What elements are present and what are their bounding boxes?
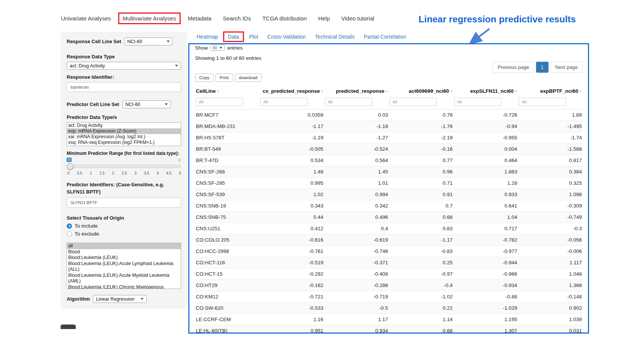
sort-icon[interactable]: ▲▼: [217, 90, 219, 93]
cell-value: 0.817: [518, 155, 583, 166]
column-header-cellline[interactable]: CellLine▲▼: [195, 85, 259, 97]
column-header-expslfn11-nci60[interactable]: expSLFN11_nci60▲▼: [453, 85, 518, 97]
nav-item-help[interactable]: Help: [318, 15, 330, 22]
column-header-act609699-nci60[interactable]: act609699_nci60▲▼: [389, 85, 453, 97]
column-header-predicted-response[interactable]: predicted_response▲▼: [324, 85, 389, 97]
nav-item-tcga-distribution[interactable]: TCGA distribution: [262, 15, 307, 22]
predictor-identifiers-input[interactable]: [67, 198, 181, 208]
filter-input-cv-predicted-response[interactable]: [260, 98, 308, 106]
cell-line-name: CO:HT29: [195, 280, 259, 291]
include-radio[interactable]: [67, 223, 72, 229]
algorithm-select[interactable]: Linear Regression: [93, 295, 147, 303]
response-cell-line-set-select[interactable]: NCI-60: [124, 37, 173, 45]
tissue-option[interactable]: Blood: [67, 249, 181, 255]
tissue-option[interactable]: Blood:Leukemia (LEUK):Acute Lymphoid Leu…: [67, 261, 181, 273]
filter-cell: [195, 97, 259, 109]
sort-icon[interactable]: ▲▼: [450, 90, 452, 93]
filter-input-expbptf-nci60[interactable]: [519, 98, 566, 106]
nav-item-video-tutorial[interactable]: Video tutorial: [341, 15, 374, 22]
cell-value: 0.902: [518, 303, 583, 314]
cell-value: -0.761: [259, 246, 324, 257]
copy-button[interactable]: Copy: [195, 73, 214, 82]
algorithm-value: Linear Regression: [96, 296, 134, 302]
nav-item-metadata[interactable]: Metadata: [188, 15, 212, 22]
predictor-cell-line-set-select[interactable]: NCI-60: [122, 100, 171, 108]
tissue-exclude-option[interactable]: To exclude: [67, 231, 181, 237]
tissue-listbox[interactable]: allBloodBlood:Leukemia (LEUK)Blood:Leuke…: [67, 243, 181, 289]
cell-value: 0.77: [389, 155, 453, 166]
cell-value: 1.48: [259, 166, 324, 178]
predictor-data-type-option[interactable]: exp: mRNA Expression (Z-Score): [67, 128, 181, 134]
tab-heatmap[interactable]: Heatmap: [197, 34, 218, 40]
cell-value: -0.749: [518, 212, 583, 223]
predictor-data-type-option[interactable]: act: Drug Activity: [67, 123, 181, 128]
predictor-data-type-option[interactable]: xsq: RNA-seq Expression (log2 FPKM+1.): [67, 140, 181, 145]
table-row: BR:MCF70.03590.030.76-0.7261.89: [195, 109, 583, 121]
sort-icon[interactable]: ▲▼: [386, 90, 388, 93]
tab-cross-validation[interactable]: Cross-Validation: [267, 34, 306, 40]
cell-value: 0.564: [324, 155, 389, 166]
cell-value: 0.717: [453, 223, 518, 234]
table-row: CO:HCT-116-0.519-0.3710.25-0.9441.117: [195, 257, 583, 268]
cell-value: 1.16: [259, 314, 324, 325]
cell-value: -0.719: [324, 291, 389, 303]
next-page-button[interactable]: Next page: [550, 62, 583, 73]
min-predictor-range-slider[interactable]: 0 5 00.511.522.533.544.55: [67, 158, 181, 176]
print-button[interactable]: Print: [216, 73, 233, 82]
cell-line-name: CO:HCC-2998: [195, 246, 259, 257]
tissue-option[interactable]: all: [67, 243, 181, 249]
filter-input-predicted-response[interactable]: [325, 98, 372, 106]
filter-cell: [389, 97, 453, 109]
current-page-button[interactable]: 1: [536, 62, 549, 73]
cell-line-name: CNS:U251: [195, 223, 259, 234]
tissue-option[interactable]: Blood:Leukemia (LEUK): [67, 255, 181, 261]
tab-partial-correlation[interactable]: Partial Correlation: [364, 34, 406, 40]
cell-value: -0.966: [453, 268, 518, 280]
filter-input-expslfn11-nci60[interactable]: [454, 98, 502, 106]
cell-line-name: BR:HS 578T: [195, 132, 259, 144]
response-identifier-input[interactable]: [67, 82, 181, 92]
sort-icon[interactable]: ▲▼: [321, 90, 323, 93]
tissue-include-option[interactable]: To include: [67, 223, 181, 229]
tab-data[interactable]: Data: [223, 31, 244, 42]
cell-value: 0.83: [389, 223, 453, 234]
show-entries-select[interactable]: 60: [211, 45, 225, 51]
slider-handle[interactable]: [67, 163, 73, 170]
cell-value: -1.588: [518, 144, 583, 155]
exclude-radio[interactable]: [67, 231, 72, 237]
showing-entries-text: Showing 1 to 60 of 60 entries: [195, 55, 583, 61]
slider-track[interactable]: [67, 165, 181, 168]
filter-input-cellline[interactable]: [196, 98, 243, 106]
tissue-option[interactable]: Blood:Leukemia (LEUK):Chronic Myelogenou…: [67, 284, 181, 289]
cell-line-name: LE:CCRF-CEM: [195, 314, 259, 325]
nav-item-multivariate-analyses[interactable]: Multivariate Analyses: [118, 12, 181, 24]
nav-item-search-ids[interactable]: Search IDs: [223, 15, 251, 22]
result-tabs: HeatmapDataPlotCross-ValidationTechnical…: [197, 34, 406, 40]
download-button[interactable]: download: [235, 73, 262, 82]
cell-value: -2.19: [389, 132, 453, 144]
cell-value: 0.68: [389, 325, 453, 334]
response-data-type-select[interactable]: act: Drug Activity: [67, 62, 181, 70]
sort-down-icon: ▼: [386, 91, 388, 93]
predictor-data-type-listbox[interactable]: act: Drug Activityexp: mRNA Expression (…: [67, 122, 181, 146]
tab-technical-details[interactable]: Technical Details: [315, 34, 355, 40]
column-header-cv-predicted-response[interactable]: cv_predicted_response▲▼: [259, 85, 324, 97]
sort-icon[interactable]: ▲▼: [515, 90, 517, 93]
cell-value: 1.366: [518, 280, 583, 291]
chevron-down-icon: [175, 65, 178, 67]
filter-input-act609699-nci60[interactable]: [389, 98, 437, 106]
slider-tick-label: 1.5: [99, 171, 105, 175]
sort-icon[interactable]: ▲▼: [580, 90, 582, 93]
nav-item-univariate-analyses[interactable]: Univariate Analyses: [61, 15, 111, 22]
tab-plot[interactable]: Plot: [249, 34, 258, 40]
predictor-data-type-option[interactable]: xai: mRNA Expression (Avg. log2 Int.): [67, 134, 181, 140]
tissue-option[interactable]: Blood:Leukemia (LEUK):Acute Myeloid Leuk…: [67, 273, 181, 284]
previous-page-button[interactable]: Previous page: [492, 62, 534, 73]
cell-value: 1.45: [324, 166, 389, 178]
column-header-expbptf-nci60[interactable]: expBPTF_nci60▲▼: [518, 85, 583, 97]
cell-value: -0.955: [453, 132, 518, 144]
show-label: Show: [195, 45, 208, 51]
cell-value: -0.309: [518, 200, 583, 212]
cell-value: 0.44: [259, 212, 324, 223]
cell-value: -0.934: [453, 280, 518, 291]
